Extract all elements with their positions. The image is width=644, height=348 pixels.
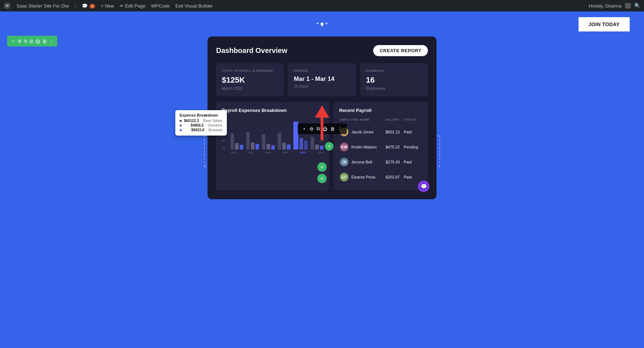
bar-jun-salary bbox=[311, 137, 314, 150]
bar-feb-bonus bbox=[255, 144, 259, 150]
bar-group-apr bbox=[278, 117, 291, 150]
avatar-4: EP bbox=[340, 173, 348, 181]
bar-jun-bonus bbox=[320, 146, 323, 150]
tooltip-row-2: $4956.5 Overtime bbox=[180, 123, 223, 127]
payroll-table-body: JJ Jacob Jones $601.13 Paid bbox=[340, 125, 421, 184]
chart-title: Payroll Expenses Breakdown bbox=[222, 108, 323, 113]
section-toolbar-add-icon[interactable]: ＋ bbox=[11, 38, 15, 44]
bar-may-bonus bbox=[304, 141, 308, 150]
bar-feb-salary bbox=[246, 132, 250, 150]
stat-card-period: PERIOD Mar 1 - Mar 14 10 Days bbox=[288, 63, 356, 96]
status-4: Paid bbox=[404, 170, 421, 184]
stat-period-value: Mar 1 - Mar 14 bbox=[294, 75, 350, 83]
bar-group-mar bbox=[262, 117, 275, 150]
wp-admin-bar: W Saas Starter Site For Divi | 💬 0 + New… bbox=[0, 0, 644, 11]
stat-company-label: COMPANY bbox=[366, 69, 422, 73]
comments-count: 0 bbox=[89, 4, 95, 9]
bar-mar-bonus bbox=[271, 145, 275, 150]
salary-1: $601.13 bbox=[386, 125, 403, 139]
module-toolbar-add-icon[interactable]: ＋ bbox=[302, 126, 307, 132]
admin-bar-wpcode[interactable]: WPCode bbox=[151, 3, 170, 9]
module-toolbar-copy-icon[interactable]: ⧉ bbox=[317, 126, 320, 132]
salary-3: $275.43 bbox=[386, 155, 403, 169]
search-icon[interactable]: 🔍 bbox=[634, 3, 640, 9]
x-axis-labels: JAN FEB MAR APR MAY JUN bbox=[222, 151, 323, 154]
col-salary: SALARY bbox=[386, 118, 403, 124]
section-toolbar[interactable]: ＋ ⚙ ⧉ ⊞ ⏻ 🗑 ⋮ bbox=[7, 36, 57, 46]
bar-group-feb bbox=[246, 117, 259, 150]
section-toolbar-dots-icon[interactable]: ⋮ bbox=[49, 39, 54, 44]
tooltip-val-3: $9023.8 bbox=[191, 128, 204, 132]
employee-name-2: Kristin Watson bbox=[351, 145, 377, 149]
logo-dot-1 bbox=[317, 23, 318, 24]
tooltip-key-3: Bonuses bbox=[209, 128, 223, 132]
status-1: Paid bbox=[404, 125, 421, 139]
stat-period-sub: 10 Days bbox=[294, 84, 350, 88]
payroll-card: Recent Payroll EMPLOYEE NAME SALARY STAT… bbox=[333, 102, 428, 191]
employee-cell-1: JJ Jacob Jones bbox=[340, 125, 385, 139]
tooltip-key-1: Base Salary bbox=[203, 119, 223, 123]
admin-avatar[interactable] bbox=[625, 3, 631, 9]
tooltip-key-2: Overtime bbox=[208, 123, 223, 127]
bar-apr-overtime bbox=[282, 143, 286, 150]
tooltip-row-3: $9023.8 Bonuses bbox=[180, 128, 223, 132]
col-status: STATUS bbox=[404, 118, 421, 124]
tooltip-row-1: $60122.3 Base Salary bbox=[180, 119, 223, 123]
bar-feb-overtime bbox=[251, 142, 254, 150]
employee-name-4: Eleanor Pena bbox=[351, 175, 375, 179]
tooltip-val-1: $60122.3 bbox=[184, 119, 199, 123]
tooltip-val-2: $4956.5 bbox=[191, 123, 204, 127]
logo-dot-3 bbox=[326, 23, 327, 24]
status-2: Pending bbox=[404, 140, 421, 154]
section-toolbar-copy-icon[interactable]: ⧉ bbox=[24, 38, 27, 44]
table-row: JJ Jacob Jones $601.13 Paid bbox=[340, 125, 421, 139]
employee-name-3: Jerome Bell bbox=[351, 160, 372, 164]
table-row: EP Eleanor Pena $202.87 Paid bbox=[340, 170, 421, 184]
payroll-title: Recent Payroll bbox=[339, 108, 422, 113]
chart-tooltip: Expense Breakdown $60122.3 Base Salary bbox=[175, 110, 227, 136]
bar-jan-salary bbox=[230, 133, 234, 150]
admin-bar-exit-vb[interactable]: Exit Visual Builder bbox=[175, 3, 213, 9]
tooltip-title: Expense Breakdown bbox=[180, 113, 223, 117]
table-row: JB Jerome Bell $275.43 Paid bbox=[340, 155, 421, 169]
admin-bar-new[interactable]: + New bbox=[101, 3, 114, 9]
module-toolbar-dots-icon[interactable]: ⋮ bbox=[338, 126, 342, 132]
top-nav: JOIN TODAY bbox=[0, 11, 644, 37]
page-wrapper: ＋ ⚙ ⧉ ⊞ ⏻ 🗑 ⋮ JOIN TODAY TRUSTED BY 1000… bbox=[0, 11, 644, 348]
payroll-table-header: EMPLOYEE NAME SALARY STATUS bbox=[340, 118, 421, 124]
employee-cell-3: JB Jerome Bell bbox=[340, 155, 385, 169]
section-toolbar-gear-icon[interactable]: ⚙ bbox=[18, 39, 22, 44]
payroll-table: EMPLOYEE NAME SALARY STATUS JJ bbox=[339, 117, 422, 185]
cta-add-btn-1[interactable]: ＋ bbox=[317, 162, 327, 172]
module-toolbar-trash-icon[interactable]: 🗑 bbox=[330, 126, 335, 132]
module-toolbar-power-icon[interactable]: ⏻ bbox=[323, 126, 327, 132]
bar-mar-overtime bbox=[267, 144, 270, 150]
admin-bar-edit-page[interactable]: ✏ Edit Page bbox=[120, 3, 145, 9]
tooltip-dot-1 bbox=[180, 120, 182, 122]
module-toolbar-gear-icon[interactable]: ⚙ bbox=[309, 126, 314, 132]
cta-add-btn-2[interactable]: ＋ bbox=[317, 174, 327, 183]
stat-company-value: 16 bbox=[366, 75, 422, 85]
bar-jan-overtime bbox=[235, 143, 239, 150]
section-toolbar-grid-icon[interactable]: ⊞ bbox=[29, 39, 33, 44]
employee-name-1: Jacob Jones bbox=[351, 130, 374, 134]
dashboard-header: Dashboard Overview CREATE REPORT bbox=[216, 45, 428, 56]
bar-apr-bonus bbox=[287, 144, 291, 150]
module-toolbar[interactable]: ＋ ⚙ ⧉ ⏻ 🗑 ⋮ bbox=[298, 123, 347, 134]
stat-payroll-value: $125K bbox=[222, 75, 278, 85]
create-report-button[interactable]: CREATE REPORT bbox=[373, 45, 428, 56]
tooltip-dot-3 bbox=[180, 129, 182, 131]
admin-bar-comments[interactable]: 💬 0 bbox=[82, 3, 95, 9]
section-toolbar-trash-icon[interactable]: 🗑 bbox=[42, 39, 47, 44]
chart-add-button[interactable]: ＋ bbox=[325, 142, 333, 151]
stat-payroll-sub: March 2025 bbox=[222, 86, 278, 90]
stat-payroll-label: TOTAL PAYROLL EXPENSES bbox=[222, 69, 278, 73]
bar-may-overtime bbox=[299, 138, 303, 150]
bar-mar-salary bbox=[262, 134, 265, 150]
join-today-button[interactable]: JOIN TODAY bbox=[579, 17, 630, 31]
section-toolbar-power-icon[interactable]: ⏻ bbox=[35, 39, 40, 44]
table-row: KW Kristin Watson $475.22 Pending bbox=[340, 140, 421, 154]
admin-bar-site-name[interactable]: Saas Starter Site For Divi bbox=[16, 3, 69, 9]
status-3: Paid bbox=[404, 155, 421, 169]
floating-chat-button[interactable]: 💬 bbox=[418, 181, 429, 192]
